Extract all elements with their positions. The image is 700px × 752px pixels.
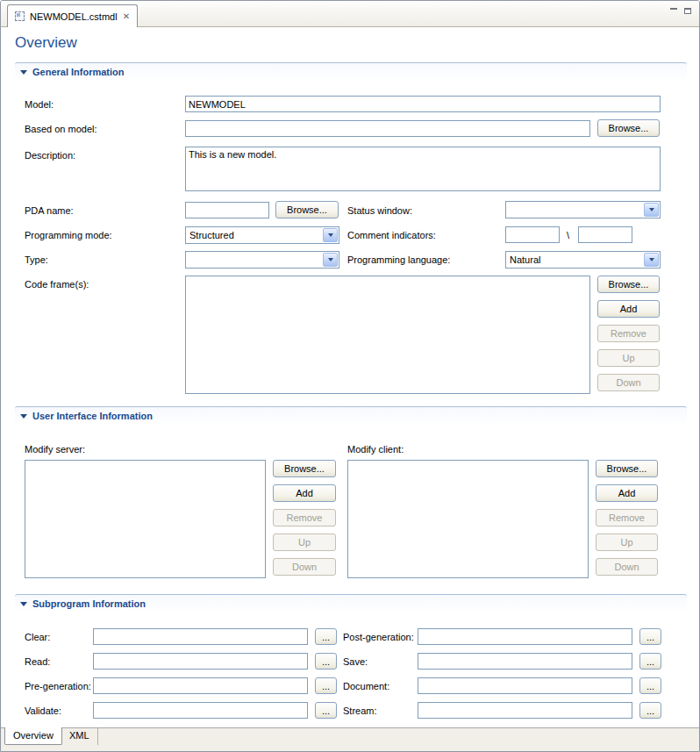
close-icon[interactable]: ✕ <box>123 12 130 21</box>
post-generation-more-button[interactable]: ... <box>639 628 661 645</box>
model-input[interactable] <box>185 96 661 112</box>
type-label: Type: <box>25 254 48 265</box>
twistie-down-icon[interactable] <box>20 70 27 75</box>
based-on-model-label: Based on model: <box>25 124 97 134</box>
dropdown-arrow-icon[interactable] <box>644 253 659 267</box>
programming-language-value: Natural <box>510 254 540 265</box>
document-more-button[interactable]: ... <box>639 677 661 694</box>
programming-mode-label: Programming mode: <box>25 230 112 240</box>
twistie-down-icon[interactable] <box>20 414 27 419</box>
code-frames-up-button[interactable]: Up <box>597 349 660 367</box>
section-general-header[interactable]: General Information <box>15 62 687 81</box>
programming-mode-combo[interactable]: Structured <box>185 226 339 244</box>
programming-mode-value: Structured <box>189 230 234 240</box>
section-general-title: General Information <box>32 67 125 77</box>
save-input[interactable] <box>418 653 632 670</box>
twistie-down-icon[interactable] <box>20 602 27 606</box>
document-label: Document: <box>343 681 389 691</box>
editor-tab-bar: NEWMODEL.cstmdl ✕ <box>1 1 699 27</box>
comment-indicator-input-2[interactable] <box>578 226 632 243</box>
type-combo[interactable] <box>185 251 339 269</box>
model-file-icon <box>15 11 25 21</box>
code-frames-add-button[interactable]: Add <box>597 300 660 318</box>
modify-server-up-button[interactable]: Up <box>273 534 336 551</box>
page-title: Overview <box>15 34 77 52</box>
based-on-model-input[interactable] <box>185 120 590 137</box>
stream-label: Stream: <box>343 705 377 716</box>
modify-server-label: Modify server: <box>25 444 85 455</box>
clear-label: Clear: <box>25 632 50 642</box>
comment-indicators-separator: \ <box>567 230 569 240</box>
clear-more-button[interactable]: ... <box>315 628 337 645</box>
section-subprogram-title: Subprogram Information <box>32 598 146 609</box>
modify-server-add-button[interactable]: Add <box>273 484 336 502</box>
read-label: Read: <box>25 656 50 667</box>
validate-label: Validate: <box>25 705 61 716</box>
status-window-label: Status window: <box>347 205 412 216</box>
read-more-button[interactable]: ... <box>315 653 337 670</box>
code-frames-browse-button[interactable]: Browse... <box>597 276 660 293</box>
validate-input[interactable] <box>93 702 308 719</box>
code-frames-label: Code frame(s): <box>25 279 89 290</box>
section-subprogram-header[interactable]: Subprogram Information <box>15 594 687 612</box>
modify-server-browse-button[interactable]: Browse... <box>273 460 336 477</box>
modify-client-down-button[interactable]: Down <box>596 558 658 576</box>
maximize-icon[interactable] <box>684 7 693 16</box>
comment-indicators-label: Comment indicators: <box>347 230 436 240</box>
description-label: Description: <box>25 150 75 161</box>
section-ui-title: User Interface Information <box>32 411 153 421</box>
programming-language-combo[interactable]: Natural <box>505 251 661 269</box>
stream-more-button[interactable]: ... <box>639 702 661 719</box>
modify-client-browse-button[interactable]: Browse... <box>596 460 658 477</box>
modify-client-label: Modify client: <box>347 444 404 455</box>
modify-client-up-button[interactable]: Up <box>596 534 658 551</box>
status-window-combo[interactable] <box>505 201 661 218</box>
modify-client-add-button[interactable]: Add <box>596 484 658 502</box>
document-input[interactable] <box>418 677 632 694</box>
validate-more-button[interactable]: ... <box>315 702 337 719</box>
tab-overview[interactable]: Overview <box>4 727 62 745</box>
pda-name-label: PDA name: <box>25 205 74 216</box>
pda-name-input[interactable] <box>185 202 269 218</box>
code-frames-down-button[interactable]: Down <box>597 374 660 391</box>
code-frames-remove-button[interactable]: Remove <box>597 325 660 342</box>
editor-window: NEWMODEL.cstmdl ✕ Overview General Infor… <box>0 0 700 752</box>
dropdown-arrow-icon[interactable] <box>644 203 659 217</box>
minimize-icon[interactable] <box>669 7 678 16</box>
pre-generation-input[interactable] <box>93 677 308 694</box>
stream-input[interactable] <box>418 702 632 719</box>
save-label: Save: <box>343 656 368 667</box>
modify-server-remove-button[interactable]: Remove <box>273 509 336 526</box>
tab-xml[interactable]: XML <box>61 727 98 745</box>
bottom-tab-bar: Overview XML <box>1 727 699 751</box>
based-on-model-browse-button[interactable]: Browse... <box>597 119 660 137</box>
modify-client-remove-button[interactable]: Remove <box>596 509 658 526</box>
dropdown-arrow-icon[interactable] <box>323 253 338 267</box>
section-ui-header[interactable]: User Interface Information <box>15 406 687 425</box>
modify-server-down-button[interactable]: Down <box>273 558 336 576</box>
modify-server-listbox[interactable] <box>25 460 266 578</box>
comment-indicator-input-1[interactable] <box>505 226 560 243</box>
editor-tab[interactable]: NEWMODEL.cstmdl ✕ <box>7 4 138 27</box>
code-frames-listbox[interactable] <box>185 276 590 394</box>
model-label: Model: <box>25 99 54 110</box>
editor-tab-label: NEWMODEL.cstmdl <box>30 11 118 22</box>
modify-client-listbox[interactable] <box>347 460 589 578</box>
clear-input[interactable] <box>93 628 308 645</box>
post-generation-label: Post-generation: <box>343 632 414 642</box>
dropdown-arrow-icon[interactable] <box>323 228 338 242</box>
description-textarea[interactable]: This is a new model. <box>185 147 661 191</box>
programming-language-label: Programming language: <box>347 254 450 265</box>
post-generation-input[interactable] <box>418 628 632 645</box>
read-input[interactable] <box>93 653 308 670</box>
save-more-button[interactable]: ... <box>639 653 661 670</box>
pre-generation-more-button[interactable]: ... <box>315 677 337 694</box>
pda-name-browse-button[interactable]: Browse... <box>275 201 339 218</box>
view-controls <box>669 7 693 16</box>
pre-generation-label: Pre-generation: <box>25 681 91 691</box>
